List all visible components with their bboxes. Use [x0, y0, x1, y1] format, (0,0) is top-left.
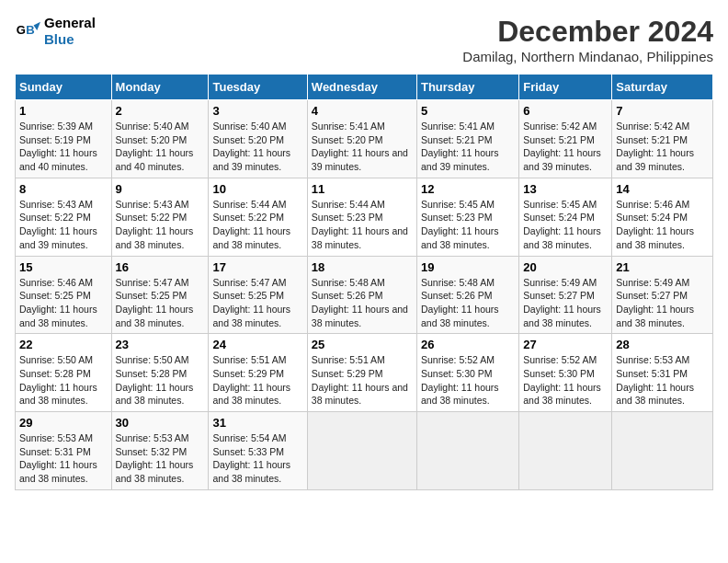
day-number: 27 [523, 338, 608, 351]
day-info: Sunrise: 5:44 AM Sunset: 5:23 PM Dayligh… [312, 198, 413, 252]
month-title: December 2024 [462, 15, 713, 49]
col-header-sunday: Sunday [16, 75, 112, 100]
day-number: 18 [312, 260, 413, 274]
table-row: 16 Sunrise: 5:47 AM Sunset: 5:25 PM Dayl… [111, 256, 209, 334]
table-row: 15 Sunrise: 5:46 AM Sunset: 5:25 PM Dayl… [16, 256, 112, 334]
table-row: 30 Sunrise: 5:53 AM Sunset: 5:32 PM Dayl… [111, 412, 209, 490]
day-info: Sunrise: 5:47 AM Sunset: 5:25 PM Dayligh… [212, 276, 302, 330]
table-row: 23 Sunrise: 5:50 AM Sunset: 5:28 PM Dayl… [111, 334, 209, 412]
day-info: Sunrise: 5:50 AM Sunset: 5:28 PM Dayligh… [116, 353, 205, 408]
table-row: 25 Sunrise: 5:51 AM Sunset: 5:29 PM Dayl… [307, 334, 416, 412]
table-row: 13 Sunrise: 5:45 AM Sunset: 5:24 PM Dayl… [519, 178, 612, 256]
table-row: 20 Sunrise: 5:49 AM Sunset: 5:27 PM Dayl… [519, 256, 612, 334]
day-number: 14 [616, 182, 709, 196]
day-number: 4 [312, 104, 413, 118]
day-info: Sunrise: 5:48 AM Sunset: 5:26 PM Dayligh… [421, 276, 515, 330]
table-row [519, 412, 612, 490]
day-info: Sunrise: 5:39 AM Sunset: 5:19 PM Dayligh… [19, 120, 108, 174]
logo-text: General Blue [44, 15, 96, 48]
logo: G B General Blue [15, 15, 96, 48]
day-number: 5 [421, 104, 515, 118]
col-header-thursday: Thursday [416, 75, 518, 100]
day-info: Sunrise: 5:45 AM Sunset: 5:23 PM Dayligh… [421, 198, 515, 252]
col-header-wednesday: Wednesday [307, 75, 416, 100]
calendar-table: SundayMondayTuesdayWednesdayThursdayFrid… [15, 74, 713, 490]
day-number: 23 [116, 338, 205, 351]
table-row [612, 412, 713, 490]
table-row: 7 Sunrise: 5:42 AM Sunset: 5:21 PM Dayli… [612, 100, 713, 178]
day-number: 25 [312, 338, 413, 351]
day-info: Sunrise: 5:47 AM Sunset: 5:25 PM Dayligh… [116, 276, 205, 330]
day-number: 19 [421, 260, 515, 274]
day-info: Sunrise: 5:46 AM Sunset: 5:24 PM Dayligh… [616, 198, 709, 252]
table-row: 3 Sunrise: 5:40 AM Sunset: 5:20 PM Dayli… [209, 100, 307, 178]
day-info: Sunrise: 5:49 AM Sunset: 5:27 PM Dayligh… [523, 276, 608, 330]
day-number: 17 [212, 260, 302, 274]
header-row: SundayMondayTuesdayWednesdayThursdayFrid… [16, 75, 713, 100]
day-info: Sunrise: 5:42 AM Sunset: 5:21 PM Dayligh… [523, 120, 608, 174]
svg-text:B: B [26, 23, 34, 37]
day-info: Sunrise: 5:51 AM Sunset: 5:29 PM Dayligh… [312, 353, 413, 408]
table-row: 28 Sunrise: 5:53 AM Sunset: 5:31 PM Dayl… [612, 334, 713, 412]
day-info: Sunrise: 5:52 AM Sunset: 5:30 PM Dayligh… [421, 353, 515, 408]
day-number: 22 [19, 338, 108, 351]
table-row: 29 Sunrise: 5:53 AM Sunset: 5:31 PM Dayl… [16, 412, 112, 490]
table-row: 11 Sunrise: 5:44 AM Sunset: 5:23 PM Dayl… [307, 178, 416, 256]
day-number: 13 [523, 182, 608, 196]
day-number: 20 [523, 260, 608, 274]
day-info: Sunrise: 5:48 AM Sunset: 5:26 PM Dayligh… [312, 276, 413, 330]
week-row-5: 29 Sunrise: 5:53 AM Sunset: 5:31 PM Dayl… [16, 412, 713, 490]
table-row: 18 Sunrise: 5:48 AM Sunset: 5:26 PM Dayl… [307, 256, 416, 334]
day-number: 2 [116, 104, 205, 118]
table-row: 26 Sunrise: 5:52 AM Sunset: 5:30 PM Dayl… [416, 334, 518, 412]
table-row [416, 412, 518, 490]
table-row: 17 Sunrise: 5:47 AM Sunset: 5:25 PM Dayl… [209, 256, 307, 334]
day-number: 16 [116, 260, 205, 274]
day-info: Sunrise: 5:46 AM Sunset: 5:25 PM Dayligh… [19, 276, 108, 330]
svg-text:G: G [17, 23, 26, 37]
table-row: 4 Sunrise: 5:41 AM Sunset: 5:20 PM Dayli… [307, 100, 416, 178]
location-title: Damilag, Northern Mindanao, Philippines [462, 49, 713, 64]
week-row-4: 22 Sunrise: 5:50 AM Sunset: 5:28 PM Dayl… [16, 334, 713, 412]
table-row: 6 Sunrise: 5:42 AM Sunset: 5:21 PM Dayli… [519, 100, 612, 178]
day-info: Sunrise: 5:40 AM Sunset: 5:20 PM Dayligh… [212, 120, 302, 174]
col-header-monday: Monday [111, 75, 209, 100]
day-info: Sunrise: 5:53 AM Sunset: 5:31 PM Dayligh… [19, 431, 108, 486]
table-row: 21 Sunrise: 5:49 AM Sunset: 5:27 PM Dayl… [612, 256, 713, 334]
title-area: December 2024 Damilag, Northern Mindanao… [462, 15, 713, 64]
day-info: Sunrise: 5:53 AM Sunset: 5:32 PM Dayligh… [116, 431, 205, 486]
day-number: 6 [523, 104, 608, 118]
table-row: 31 Sunrise: 5:54 AM Sunset: 5:33 PM Dayl… [209, 412, 307, 490]
week-row-1: 1 Sunrise: 5:39 AM Sunset: 5:19 PM Dayli… [16, 100, 713, 178]
day-number: 9 [116, 182, 205, 196]
table-row: 8 Sunrise: 5:43 AM Sunset: 5:22 PM Dayli… [16, 178, 112, 256]
day-info: Sunrise: 5:43 AM Sunset: 5:22 PM Dayligh… [19, 198, 108, 252]
table-row [307, 412, 416, 490]
week-row-3: 15 Sunrise: 5:46 AM Sunset: 5:25 PM Dayl… [16, 256, 713, 334]
day-number: 7 [616, 104, 709, 118]
table-row: 22 Sunrise: 5:50 AM Sunset: 5:28 PM Dayl… [16, 334, 112, 412]
day-number: 26 [421, 338, 515, 351]
table-row: 27 Sunrise: 5:52 AM Sunset: 5:30 PM Dayl… [519, 334, 612, 412]
day-info: Sunrise: 5:40 AM Sunset: 5:20 PM Dayligh… [116, 120, 205, 174]
day-info: Sunrise: 5:50 AM Sunset: 5:28 PM Dayligh… [19, 353, 108, 408]
day-info: Sunrise: 5:54 AM Sunset: 5:33 PM Dayligh… [212, 431, 302, 486]
day-number: 21 [616, 260, 709, 274]
week-row-2: 8 Sunrise: 5:43 AM Sunset: 5:22 PM Dayli… [16, 178, 713, 256]
day-info: Sunrise: 5:41 AM Sunset: 5:20 PM Dayligh… [312, 120, 413, 174]
day-number: 3 [212, 104, 302, 118]
table-row: 12 Sunrise: 5:45 AM Sunset: 5:23 PM Dayl… [416, 178, 518, 256]
table-row: 9 Sunrise: 5:43 AM Sunset: 5:22 PM Dayli… [111, 178, 209, 256]
day-info: Sunrise: 5:41 AM Sunset: 5:21 PM Dayligh… [421, 120, 515, 174]
table-row: 14 Sunrise: 5:46 AM Sunset: 5:24 PM Dayl… [612, 178, 713, 256]
svg-marker-2 [34, 22, 40, 30]
day-number: 28 [616, 338, 709, 351]
day-info: Sunrise: 5:49 AM Sunset: 5:27 PM Dayligh… [616, 276, 709, 330]
day-info: Sunrise: 5:43 AM Sunset: 5:22 PM Dayligh… [116, 198, 205, 252]
logo-icon: G B [15, 18, 40, 44]
table-row: 2 Sunrise: 5:40 AM Sunset: 5:20 PM Dayli… [111, 100, 209, 178]
col-header-saturday: Saturday [612, 75, 713, 100]
table-row: 19 Sunrise: 5:48 AM Sunset: 5:26 PM Dayl… [416, 256, 518, 334]
day-info: Sunrise: 5:44 AM Sunset: 5:22 PM Dayligh… [212, 198, 302, 252]
day-number: 31 [212, 416, 302, 430]
